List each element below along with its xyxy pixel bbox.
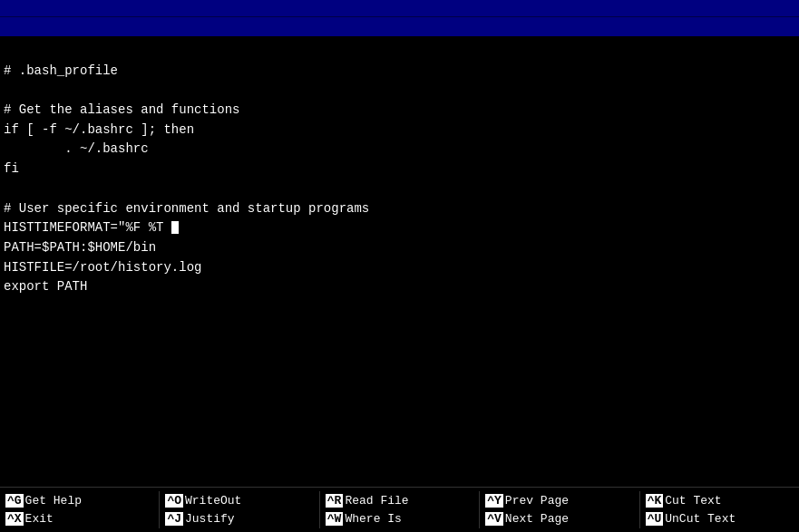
- shortcut-key: ^U: [646, 512, 664, 526]
- title-bar: [0, 0, 799, 16]
- shortcut-key: ^K: [646, 494, 664, 508]
- shortcut-key: ^W: [326, 512, 344, 526]
- cursor: [171, 221, 179, 234]
- shortcut-key: ^G: [5, 494, 24, 508]
- shortcut-group-1: ^O WriteOut^J Justify: [160, 488, 318, 532]
- shortcut-row[interactable]: ^R Read File: [326, 494, 473, 508]
- shortcut-group-0: ^G Get Help^X Exit: [0, 488, 159, 532]
- shortcut-key: ^Y: [485, 494, 503, 508]
- shortcut-row[interactable]: ^V Next Page: [485, 512, 633, 526]
- shortcut-row[interactable]: ^G Get Help: [5, 494, 153, 508]
- shortcut-label: Prev Page: [505, 494, 569, 508]
- shortcut-label: Cut Text: [665, 494, 721, 508]
- shortcut-label: Next Page: [505, 512, 569, 526]
- shortcut-row[interactable]: ^W Where Is: [326, 512, 473, 526]
- shortcut-label: Where Is: [345, 512, 401, 526]
- shortcut-group-4: ^K Cut Text^U UnCut Text: [640, 488, 799, 532]
- shortcut-row[interactable]: ^U UnCut Text: [646, 512, 794, 526]
- shortcut-label: Justify: [185, 512, 235, 526]
- shortcut-key: ^R: [326, 494, 344, 508]
- shortcut-label: WriteOut: [185, 494, 241, 508]
- shortcut-row[interactable]: ^O WriteOut: [165, 494, 313, 508]
- shortcut-key: ^X: [5, 512, 24, 526]
- shortcut-key: ^O: [165, 494, 183, 508]
- shortcut-label: Exit: [25, 512, 54, 526]
- editor-area[interactable]: # .bash_profile # Get the aliases and fu…: [0, 36, 799, 487]
- shortcut-label: Read File: [345, 494, 408, 508]
- shortcut-label: Get Help: [25, 494, 82, 508]
- shortcut-row[interactable]: ^J Justify: [165, 512, 313, 526]
- shortcut-group-2: ^R Read File^W Where Is: [320, 488, 479, 532]
- header-bar: [0, 16, 799, 36]
- shortcut-label: UnCut Text: [665, 512, 736, 526]
- shortcut-key: ^J: [165, 512, 183, 526]
- shortcut-key: ^V: [485, 512, 503, 526]
- shortcut-row[interactable]: ^K Cut Text: [646, 494, 794, 508]
- shortcut-group-3: ^Y Prev Page^V Next Page: [480, 488, 638, 532]
- shortcut-row[interactable]: ^X Exit: [5, 512, 153, 526]
- bottom-bar: ^G Get Help^X Exit^O WriteOut^J Justify^…: [0, 487, 799, 532]
- shortcut-row[interactable]: ^Y Prev Page: [485, 494, 633, 508]
